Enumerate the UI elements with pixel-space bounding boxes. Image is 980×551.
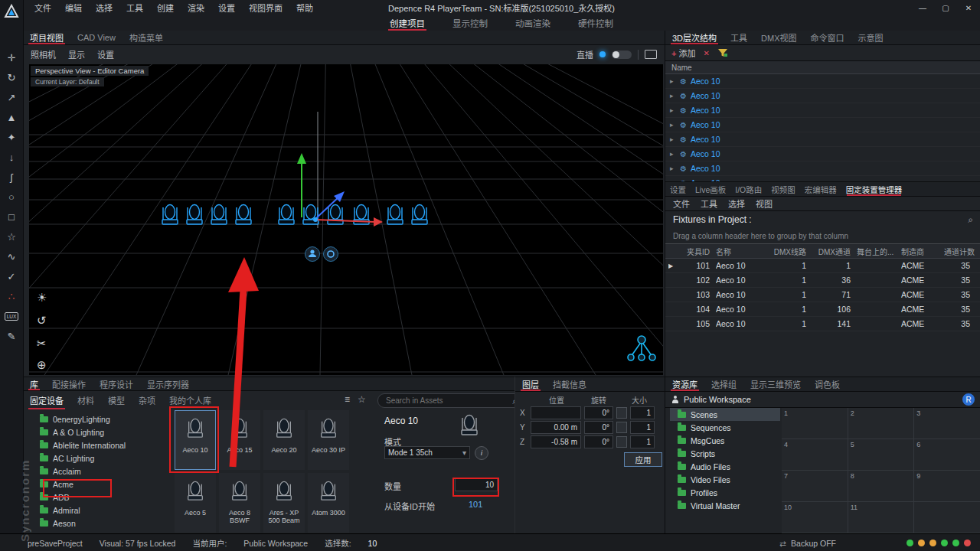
star-tool-icon[interactable]: ☆ [0, 227, 23, 246]
expander-icon[interactable]: ▸ [670, 150, 676, 158]
draw-tool-icon[interactable]: ✎ [0, 326, 23, 346]
resource-folder[interactable]: Video Files [670, 473, 780, 486]
search-icon[interactable]: ⌕ [968, 214, 973, 225]
tab-construct-menu[interactable]: 构造菜单 [122, 31, 170, 44]
asset-card[interactable]: Aeco 5 [175, 473, 216, 533]
mode-select[interactable]: Mode 1 35ch ▾ [384, 446, 470, 459]
position-x-input[interactable] [531, 406, 581, 419]
cut-tool-icon[interactable]: ✂ [37, 337, 47, 350]
apply-button[interactable]: 应用 [624, 452, 662, 467]
dots-tool-icon[interactable]: ∴ [0, 286, 23, 306]
size-z-input[interactable]: 1 [630, 435, 655, 448]
delete-button[interactable]: ✕ [704, 49, 710, 57]
tree-item[interactable]: ▸⚙Aeco 10 [665, 176, 980, 181]
name-column-header[interactable]: Name [665, 61, 980, 74]
menu-render[interactable]: 渲染 [182, 2, 210, 14]
scene-tool-icon[interactable]: ▲ [0, 107, 23, 127]
resource-folder[interactable]: Profiles [670, 486, 780, 499]
position-z-input[interactable]: -0.58 m [531, 435, 581, 448]
scene-slot[interactable]: 3 [914, 408, 980, 439]
tree-item[interactable]: ▸⚙Aeco 10 [665, 74, 980, 89]
rect-tool-icon[interactable]: □ [0, 207, 23, 227]
folder-item[interactable]: Ablelite International [29, 439, 172, 452]
tab-patch[interactable]: 配接操作 [45, 377, 93, 390]
scene-slot[interactable]: 8 [848, 471, 915, 502]
list-view-icon[interactable]: ≡ [345, 394, 350, 405]
display-menu[interactable]: 显示 [68, 48, 85, 60]
expander-icon[interactable]: ▸ [670, 135, 676, 143]
fm-menu-tools[interactable]: 工具 [701, 197, 717, 210]
tab-create-project[interactable]: 创建项目 [383, 15, 432, 31]
tab-3d-hierarchy[interactable]: 3D层次结构 [665, 31, 724, 44]
tab-3d-preview[interactable]: 显示三维预览 [743, 377, 808, 391]
asset-card[interactable]: Aeco 20 [263, 410, 305, 470]
tree-item[interactable]: ▸⚙Aeco 10 [665, 103, 980, 118]
link-button[interactable] [616, 422, 627, 433]
rotate-tool-icon[interactable]: ↻ [0, 67, 23, 87]
start-id-value[interactable]: 101 [469, 500, 482, 509]
tab-materials[interactable]: 材料 [70, 391, 101, 409]
tab-tools[interactable]: 工具 [724, 31, 754, 44]
menu-settings[interactable]: 设置 [213, 2, 240, 14]
rotation-z-input[interactable]: 0° [584, 435, 613, 448]
tree-item[interactable]: ▸⚙Aeco 10 [665, 161, 980, 176]
table-row[interactable]: ▶ 101 Aeco 10 1 1 ACME 35 [665, 259, 980, 273]
tree-item[interactable]: ▸⚙Aeco 10 [665, 147, 980, 161]
add-button[interactable]: + 添加 [671, 47, 696, 59]
tab-show-sequencer[interactable]: 显示序列器 [140, 377, 196, 390]
scene-slot[interactable]: 1 [782, 408, 848, 439]
resource-folder[interactable]: Audio Files [670, 460, 780, 473]
scene-slot[interactable]: 11 [848, 502, 915, 533]
minimize-button[interactable]: — [911, 0, 934, 15]
menu-edit[interactable]: 编辑 [60, 2, 87, 14]
menu-tools[interactable]: 工具 [121, 2, 149, 14]
folder-item[interactable]: ADB [29, 491, 172, 504]
filter-icon[interactable] [717, 48, 728, 57]
tab-my-library[interactable]: 我的个人库 [162, 391, 218, 409]
scene-slot[interactable]: 7 [782, 471, 848, 502]
viewport-canvas[interactable]: Perspective View - Editor Camera Current… [29, 64, 663, 375]
menu-file[interactable]: 文件 [29, 2, 57, 14]
resource-folder[interactable]: MsgCues [670, 434, 780, 447]
check-tool-icon[interactable]: ✓ [0, 266, 23, 286]
resource-folder[interactable]: Virtual Master [670, 499, 780, 512]
close-button[interactable]: ✕ [957, 0, 980, 15]
folder-item[interactable]: AC Lighting [29, 452, 172, 465]
row-expander-icon[interactable]: ▶ [668, 262, 681, 269]
asset-card[interactable]: Aeco 30 IP [308, 410, 349, 470]
tab-models[interactable]: 模型 [101, 391, 132, 409]
viewport-3d-scene[interactable] [29, 64, 663, 375]
tab-fixture-manager[interactable]: 固定装置管理器 [841, 182, 907, 196]
menu-create[interactable]: 创建 [152, 2, 179, 14]
tab-command-window[interactable]: 命令窗口 [804, 31, 851, 44]
fm-menu-view[interactable]: 视图 [756, 197, 773, 210]
position-y-input[interactable]: 0.00 m [531, 421, 581, 434]
asset-card[interactable]: Aeco 8 BSWF [219, 473, 260, 533]
lux-tool-icon[interactable]: LUX [0, 306, 23, 326]
resource-folder[interactable]: Scripts [670, 447, 780, 460]
link-button[interactable] [616, 436, 627, 448]
move-tool-icon[interactable]: ✛ [0, 47, 23, 67]
search-input[interactable] [384, 396, 512, 406]
live-toggle[interactable] [612, 51, 632, 59]
asset-card[interactable]: Atom 3000 [308, 473, 349, 533]
avatar[interactable]: R [962, 393, 975, 406]
scene-slot[interactable]: 9 [914, 471, 980, 502]
scene-slot[interactable]: 4 [782, 439, 848, 471]
curve-tool-icon[interactable]: ∿ [0, 246, 23, 266]
scene-slot[interactable]: 10 [782, 502, 848, 533]
selection-badge-rotate[interactable] [324, 247, 338, 262]
asset-search[interactable]: ⌕ [377, 393, 514, 408]
backup-status[interactable]: Backup OFF [791, 539, 836, 548]
fixture-row[interactable] [162, 205, 427, 225]
tab-programming[interactable]: 程序设计 [93, 377, 140, 390]
tab-cad-view[interactable]: CAD View [70, 31, 122, 44]
folder-item[interactable]: Acclaim [29, 465, 172, 478]
tab-video[interactable]: 视频图 [766, 182, 800, 196]
tab-misc[interactable]: 杂项 [132, 391, 162, 409]
menu-view[interactable]: 视图界面 [243, 2, 288, 14]
tab-dmx-view[interactable]: DMX视图 [754, 31, 803, 44]
expander-icon[interactable]: ▸ [670, 106, 676, 114]
settings-menu[interactable]: 设置 [97, 48, 114, 60]
maximize-button[interactable]: ▢ [934, 0, 957, 15]
